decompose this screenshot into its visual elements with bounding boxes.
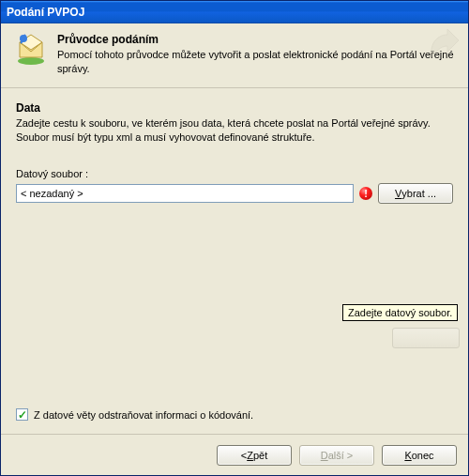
back-button[interactable]: < Zpět [217,445,292,466]
decor-icon [423,27,461,65]
next-button: Další > [299,445,374,466]
svg-point-0 [18,57,44,65]
window-title: Podání PVPOJ [7,6,84,19]
file-path-input[interactable]: < nezadaný > [16,184,354,203]
encoding-checkbox-label: Z datové věty odstraňovat informaci o kó… [34,409,253,421]
footer-button-bar: < Zpět Další > Konec [1,434,468,475]
browse-button[interactable]: Vybrat ... [378,183,453,204]
content-area: Data Zadejte cestu k souboru, ve kterém … [1,88,468,434]
close-button[interactable]: Konec [382,445,457,466]
file-path-value: < nezadaný > [21,188,83,199]
titlebar: Podání PVPOJ [1,1,468,23]
tooltip: Zadejte datový soubor. [342,304,458,321]
section-description: Zadejte cestu k souboru, ve kterém jsou … [16,116,453,145]
envelope-icon [14,33,48,67]
encoding-checkbox[interactable]: ✓ [16,408,28,421]
wizard-description: Pomocí tohoto průvodce můžete vytvořit a… [57,48,455,76]
window: Podání PVPOJ Průvodce podáním Pomocí toh… [0,0,469,476]
wizard-title: Průvodce podáním [57,33,455,46]
disabled-ghost-button [392,328,460,348]
wizard-header: Průvodce podáním Pomocí tohoto průvodce … [1,23,468,88]
check-icon: ✓ [18,409,27,421]
encoding-checkbox-row[interactable]: ✓ Z datové věty odstraňovat informaci o … [16,408,253,421]
file-field-label: Datový soubor : [16,168,453,179]
error-icon: ! [359,187,372,200]
section-title: Data [16,101,453,115]
